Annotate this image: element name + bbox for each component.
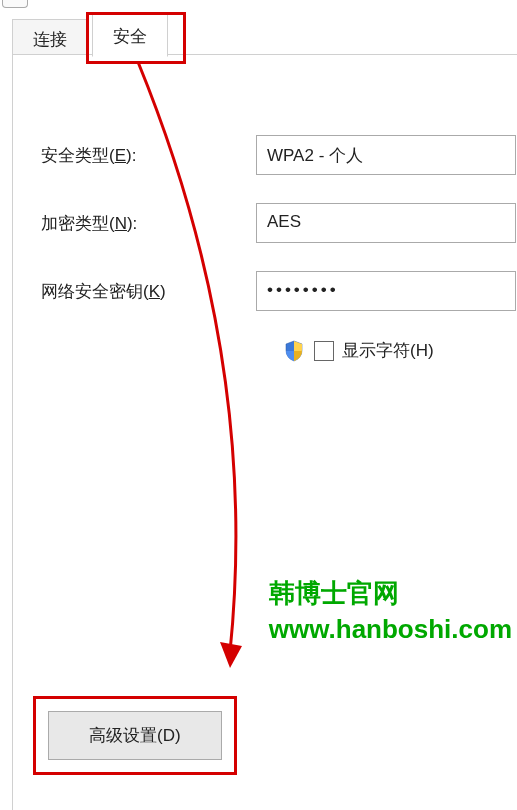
row-network-key: 网络安全密钥(K) •••••••• <box>41 271 517 311</box>
watermark-line2: www.hanboshi.com <box>269 611 512 647</box>
checkbox-show-characters[interactable] <box>314 341 334 361</box>
select-encryption-type[interactable]: AES <box>256 203 516 243</box>
row-show-characters: 显示字符(H) <box>284 339 517 362</box>
row-security-type: 安全类型(E): WPA2 - 个人 <box>41 135 517 175</box>
watermark-text: 韩博士官网 www.hanboshi.com <box>269 575 512 648</box>
input-network-key[interactable]: •••••••• <box>256 271 516 311</box>
shield-icon <box>284 340 304 362</box>
select-security-type[interactable]: WPA2 - 个人 <box>256 135 516 175</box>
advanced-settings-button[interactable]: 高级设置(D) <box>48 711 222 760</box>
window-corner-decoration <box>2 0 28 8</box>
tab-connect[interactable]: 连接 <box>12 19 88 59</box>
watermark-line1: 韩博士官网 <box>269 575 512 611</box>
label-encryption-type: 加密类型(N): <box>41 212 256 235</box>
label-security-type: 安全类型(E): <box>41 144 256 167</box>
row-encryption-type: 加密类型(N): AES <box>41 203 517 243</box>
tabs-bar: 连接 安全 <box>12 14 517 56</box>
annotation-button-highlight: 高级设置(D) <box>33 696 237 775</box>
tab-security[interactable]: 安全 <box>92 14 168 57</box>
label-network-key: 网络安全密钥(K) <box>41 280 256 303</box>
label-show-characters: 显示字符(H) <box>342 339 434 362</box>
